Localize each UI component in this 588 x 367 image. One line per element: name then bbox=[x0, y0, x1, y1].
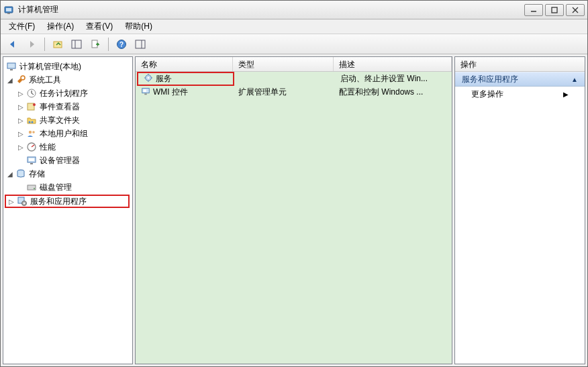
tree-disk-management[interactable]: 磁盘管理 bbox=[5, 180, 131, 194]
device-icon bbox=[26, 155, 37, 166]
tree-root-label: 计算机管理(本地) bbox=[19, 61, 81, 72]
tree-storage[interactable]: ◢ 存储 bbox=[5, 167, 131, 180]
svg-point-25 bbox=[29, 131, 32, 134]
gear-icon bbox=[144, 73, 153, 85]
list-body: 服务 启动、终止并设置 Win... WMI 控件 扩展管理单元 配置和控制 W… bbox=[136, 72, 452, 364]
forward-button[interactable] bbox=[23, 36, 40, 52]
chevron-right-icon: ▶ bbox=[563, 91, 569, 98]
up-button[interactable] bbox=[50, 36, 66, 52]
svg-point-39 bbox=[148, 76, 150, 78]
tree-shared-folders[interactable]: ▷ 共享文件夹 bbox=[5, 113, 131, 127]
menu-help[interactable]: 帮助(H) bbox=[121, 19, 156, 34]
menubar: 文件(F) 操作(A) 查看(V) 帮助(H) bbox=[1, 19, 587, 34]
actions-group-label: 服务和应用程序 bbox=[462, 74, 518, 85]
services-apps-icon bbox=[17, 196, 28, 207]
clock-icon bbox=[26, 88, 37, 99]
chevron-right-icon[interactable]: ▷ bbox=[17, 129, 25, 138]
tree-task-scheduler-label: 任务计划程序 bbox=[40, 88, 88, 99]
list-cell-type: 扩展管理单元 bbox=[238, 87, 287, 98]
close-button[interactable] bbox=[566, 4, 585, 16]
tree-services-apps[interactable]: ▷ 服务和应用程序 bbox=[5, 195, 130, 208]
tree-performance[interactable]: ▷ 性能 bbox=[5, 140, 131, 154]
svg-point-26 bbox=[32, 131, 35, 134]
blank-icon bbox=[17, 156, 25, 164]
tree-task-scheduler[interactable]: ▷ 任务计划程序 bbox=[5, 87, 131, 100]
tree-system-tools-label: 系统工具 bbox=[29, 74, 61, 86]
list-cell-desc: 启动、终止并设置 Win... bbox=[340, 73, 428, 85]
chevron-right-icon[interactable]: ▷ bbox=[17, 89, 25, 97]
list-header: 名称 类型 描述 bbox=[136, 57, 452, 72]
export-button[interactable] bbox=[87, 36, 103, 52]
performance-icon bbox=[26, 142, 37, 152]
tree-local-users[interactable]: ▷ 本地用户和组 bbox=[5, 127, 131, 140]
list-row-services[interactable]: 服务 启动、终止并设置 Win... bbox=[136, 72, 452, 85]
wmi-icon bbox=[141, 87, 150, 98]
chevron-down-icon[interactable]: ◢ bbox=[6, 76, 14, 84]
svg-rect-15 bbox=[7, 63, 15, 68]
tree-system-tools[interactable]: ◢ 系统工具 bbox=[5, 73, 131, 87]
minimize-button[interactable] bbox=[524, 4, 543, 16]
show-hide-action-pane-button[interactable] bbox=[132, 36, 148, 52]
actions-header: 操作 bbox=[455, 57, 585, 72]
list-panel: 名称 类型 描述 服务 启动、终止并设置 Win... WMI 控件 bbox=[135, 56, 452, 364]
list-row-wmi[interactable]: WMI 控件 扩展管理单元 配置和控制 Windows ... bbox=[136, 85, 452, 99]
tree-storage-label: 存储 bbox=[29, 168, 45, 180]
list-cell-desc: 配置和控制 Windows ... bbox=[339, 87, 423, 98]
back-button[interactable] bbox=[5, 36, 21, 52]
toolbar: ? bbox=[1, 34, 587, 54]
tree-event-viewer[interactable]: ▷ 事件查看器 bbox=[5, 100, 131, 113]
svg-rect-30 bbox=[29, 158, 34, 161]
chevron-right-icon[interactable]: ▷ bbox=[17, 103, 25, 111]
tree-panel: 计算机管理(本地) ◢ 系统工具 bbox=[3, 56, 133, 364]
menu-action[interactable]: 操作(A) bbox=[43, 19, 78, 34]
actions-group-title[interactable]: 服务和应用程序 ▲ bbox=[455, 72, 585, 87]
actions-more-label: 更多操作 bbox=[471, 89, 503, 100]
show-hide-tree-button[interactable] bbox=[68, 36, 85, 52]
help-button[interactable]: ? bbox=[113, 36, 130, 52]
tree-local-users-label: 本地用户和组 bbox=[40, 128, 88, 140]
tree-shared-folders-label: 共享文件夹 bbox=[40, 115, 80, 126]
tree-event-viewer-label: 事件查看器 bbox=[40, 101, 80, 113]
toolbar-divider bbox=[108, 38, 109, 51]
maximize-button[interactable] bbox=[545, 4, 564, 16]
tree-performance-label: 性能 bbox=[40, 142, 56, 153]
chevron-right-icon[interactable]: ▷ bbox=[7, 197, 15, 205]
titlebar: 计算机管理 bbox=[1, 1, 587, 19]
disk-icon bbox=[26, 182, 37, 193]
svg-rect-1 bbox=[6, 8, 11, 11]
svg-rect-4 bbox=[552, 7, 557, 13]
svg-rect-46 bbox=[144, 93, 147, 95]
svg-rect-2 bbox=[7, 13, 10, 14]
menu-file[interactable]: 文件(F) bbox=[5, 19, 39, 34]
svg-point-24 bbox=[32, 121, 34, 123]
column-name[interactable]: 名称 bbox=[136, 57, 233, 71]
chevron-right-icon[interactable]: ▷ bbox=[17, 143, 25, 151]
tree-root[interactable]: 计算机管理(本地) bbox=[5, 60, 131, 73]
menu-view[interactable]: 查看(V) bbox=[82, 19, 117, 34]
list-cell-name: 服务 bbox=[156, 73, 172, 85]
chevron-right-icon[interactable]: ▷ bbox=[17, 116, 25, 124]
svg-point-22 bbox=[33, 103, 36, 106]
tree-disk-management-label: 磁盘管理 bbox=[40, 182, 72, 193]
chevron-down-icon[interactable]: ◢ bbox=[6, 170, 14, 178]
tree-device-manager[interactable]: 设备管理器 bbox=[5, 154, 131, 167]
tree-device-manager-label: 设备管理器 bbox=[40, 155, 80, 166]
content-area: 计算机管理(本地) ◢ 系统工具 bbox=[1, 54, 587, 366]
actions-more[interactable]: 更多操作 ▶ bbox=[455, 87, 585, 101]
column-desc[interactable]: 描述 bbox=[334, 57, 452, 71]
tools-icon bbox=[15, 74, 26, 85]
column-type[interactable]: 类型 bbox=[233, 57, 334, 71]
window-title: 计算机管理 bbox=[18, 4, 524, 15]
chevron-up-icon: ▲ bbox=[571, 76, 578, 83]
svg-rect-13 bbox=[136, 40, 145, 48]
computer-icon bbox=[6, 61, 17, 72]
storage-icon bbox=[15, 168, 26, 179]
blank-icon bbox=[17, 183, 25, 191]
app-icon bbox=[3, 5, 14, 15]
svg-point-34 bbox=[34, 188, 35, 189]
svg-line-28 bbox=[32, 145, 34, 147]
svg-point-37 bbox=[23, 203, 25, 204]
svg-text:?: ? bbox=[119, 41, 124, 48]
svg-rect-31 bbox=[30, 163, 33, 164]
users-icon bbox=[26, 128, 37, 139]
